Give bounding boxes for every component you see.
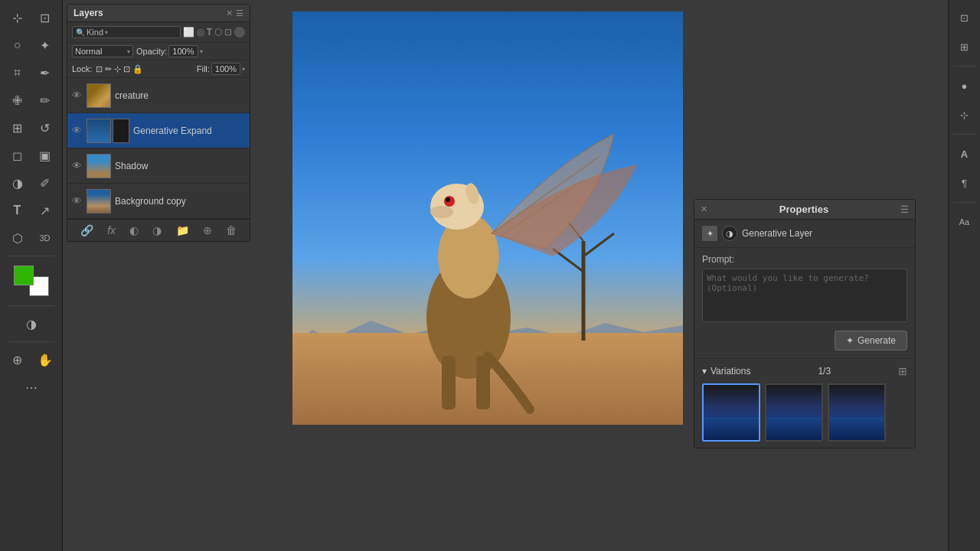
layer-row-shadow[interactable]: 👁 Shadow [67, 148, 250, 184]
eyedropper-tool[interactable]: ✒ [32, 60, 58, 86]
brush-tool[interactable]: ✏ [32, 87, 58, 113]
layer-row-creature[interactable]: 👁 creature [67, 78, 250, 113]
generate-button[interactable]: ✦ Generate [835, 331, 907, 350]
canvas [292, 11, 683, 425]
shape-tool[interactable]: ⬡ [5, 225, 31, 251]
add-style-icon[interactable]: fx [107, 224, 116, 236]
new-layer-icon[interactable]: ⊕ [203, 224, 212, 236]
variation-thumb-3[interactable] [828, 383, 886, 442]
add-adjustment-icon[interactable]: ◑ [152, 224, 162, 236]
magic-wand-tool[interactable]: ✦ [32, 32, 58, 58]
zoom-tool[interactable]: ⊕ [5, 347, 31, 373]
layers-panel-close[interactable]: ✕ [226, 8, 233, 18]
variations-grid-icon[interactable]: ⊞ [898, 365, 907, 377]
fill-value[interactable]: 100% [211, 63, 240, 75]
layer-name-generative-expand: Generative Expand [133, 126, 245, 136]
pen-tool[interactable]: ✐ [32, 170, 58, 196]
layer-visibility-background-copy[interactable]: 👁 [72, 195, 83, 207]
svg-line-2 [583, 233, 614, 256]
filter-kind-dropdown[interactable]: 🔍 Kind ▾ [72, 26, 181, 38]
character-panel-toggle[interactable]: A [952, 141, 978, 167]
dodge-tool[interactable]: ◑ [5, 170, 31, 196]
paragraph-panel-toggle[interactable]: ¶ [952, 170, 978, 196]
libraries-panel-toggle[interactable]: ⊞ [952, 34, 978, 60]
blend-mode-row: Normal ▾ Opacity: 100% ▾ [67, 43, 250, 60]
layer-row-generative-expand[interactable]: 👁 Generative Expand [67, 113, 250, 148]
move-tool[interactable]: ⊹ [5, 5, 31, 31]
crop-tool[interactable]: ⌗ [5, 60, 31, 86]
artboard-tool[interactable]: ⊡ [32, 5, 58, 31]
layer-visibility-creature[interactable]: 👁 [72, 90, 83, 101]
hand-tool[interactable]: ✋ [32, 347, 58, 373]
variation-thumb-1[interactable] [702, 383, 760, 442]
filter-pixel-icon[interactable]: ⬜ [183, 27, 194, 37]
canvas-area: Layers ✕ ☰ 🔍 Kind ▾ ⬜ ◎ T ⬡ ⊡ [63, 0, 948, 551]
foreground-color-swatch[interactable] [14, 266, 34, 285]
opacity-value[interactable]: 100% [168, 45, 198, 57]
layer-visibility-generative-expand[interactable]: 👁 [72, 125, 83, 136]
prompt-textarea[interactable] [702, 269, 907, 322]
filter-adjustment-icon[interactable]: ◎ [197, 27, 204, 37]
generate-icon: ✦ [846, 335, 854, 346]
generate-button-label: Generate [858, 335, 896, 346]
clone-stamp-tool[interactable]: ⊞ [5, 115, 31, 141]
variations-chevron[interactable]: ▾ [702, 366, 707, 377]
svg-rect-5 [442, 356, 456, 409]
properties-close-button[interactable]: ✕ [701, 204, 707, 214]
extra-tools[interactable]: ⋯ [18, 374, 44, 400]
eraser-tool[interactable]: ◻ [5, 142, 31, 168]
add-group-icon[interactable]: 📁 [176, 224, 189, 236]
fill-chevron: ▾ [242, 66, 245, 73]
filter-icons: ⬜ ◎ T ⬡ ⊡ [183, 27, 232, 37]
variation-thumb-2[interactable] [765, 383, 823, 442]
lock-position-icon[interactable]: ⊹ [114, 64, 121, 74]
layers-panel-controls: ✕ ☰ [226, 8, 243, 18]
layer-visibility-shadow[interactable]: 👁 [72, 160, 83, 171]
layer-row-background-copy[interactable]: 👁 Background copy [67, 184, 250, 219]
layers-panel-menu[interactable]: ☰ [236, 8, 243, 18]
properties-panel-menu[interactable]: ☰ [900, 204, 909, 215]
lock-transparent-icon[interactable]: ⊡ [96, 64, 103, 74]
layers-panel-title: Layers [74, 8, 103, 18]
add-mask-icon[interactable]: ◐ [129, 224, 139, 236]
left-toolbar: ⊹ ⊡ ○ ✦ ⌗ ✒ ✙ ✏ ⊞ ↺ ◻ ▣ ◑ ✐ T ↗ ⬡ 3D ◑ ⊕… [0, 0, 63, 551]
delete-layer-icon[interactable]: 🗑 [226, 224, 237, 236]
filter-shape-icon[interactable]: ⬡ [214, 27, 222, 37]
generate-section: ✦ Generate [694, 331, 915, 358]
lasso-tool[interactable]: ○ [5, 32, 31, 58]
filter-smartobj-icon[interactable]: ⊡ [224, 27, 232, 37]
history-tool[interactable]: ↺ [32, 115, 58, 141]
prompt-section: Prompt: [694, 248, 915, 331]
fill-field: Fill: 100% ▾ [197, 63, 245, 75]
lock-all-icon[interactable]: 🔒 [132, 64, 143, 74]
path-selection-tool[interactable]: ↗ [32, 197, 58, 223]
lock-brush-icon[interactable]: ✏ [105, 64, 112, 74]
filter-type-icon[interactable]: T [207, 27, 212, 37]
blend-mode-dropdown[interactable]: Normal ▾ [72, 45, 133, 57]
quick-mask-tool[interactable]: ◑ [18, 311, 44, 337]
swatches-panel-toggle[interactable]: ● [952, 73, 978, 99]
generative-layer-ai-icon: ✦ [702, 226, 717, 241]
layer-name-shadow: Shadow [115, 161, 245, 171]
layers-panel: Layers ✕ ☰ 🔍 Kind ▾ ⬜ ◎ T ⬡ ⊡ [67, 4, 250, 242]
adjustments-panel-toggle[interactable]: ⊹ [952, 102, 978, 128]
layers-panel-header: Layers ✕ ☰ [67, 5, 250, 22]
variations-header: ▾ Variations 1/3 ⊞ [702, 365, 907, 377]
variations-section: ▾ Variations 1/3 ⊞ [694, 358, 915, 448]
filter-toggle[interactable] [234, 27, 245, 37]
type-tool[interactable]: T [5, 197, 31, 223]
color-swatches[interactable] [14, 266, 49, 296]
3d-tool[interactable]: 3D [32, 225, 58, 251]
layer-thumbnail-background-copy [87, 189, 111, 214]
gradient-tool[interactable]: ▣ [32, 142, 58, 168]
properties-panel-header: ✕ Properties ☰ [694, 200, 915, 220]
generative-layer-type-label: Generative Layer [742, 228, 812, 239]
heal-tool[interactable]: ✙ [5, 87, 31, 113]
lock-artboard-icon[interactable]: ⊡ [123, 64, 130, 74]
link-layers-icon[interactable]: 🔗 [80, 224, 93, 236]
properties-panel-toggle[interactable]: ⊡ [952, 5, 978, 31]
glyph-panel-toggle[interactable]: Aa [952, 209, 978, 235]
lock-label: Lock: [72, 64, 92, 73]
variations-thumbnails [702, 383, 907, 442]
fill-label: Fill: [197, 64, 210, 73]
